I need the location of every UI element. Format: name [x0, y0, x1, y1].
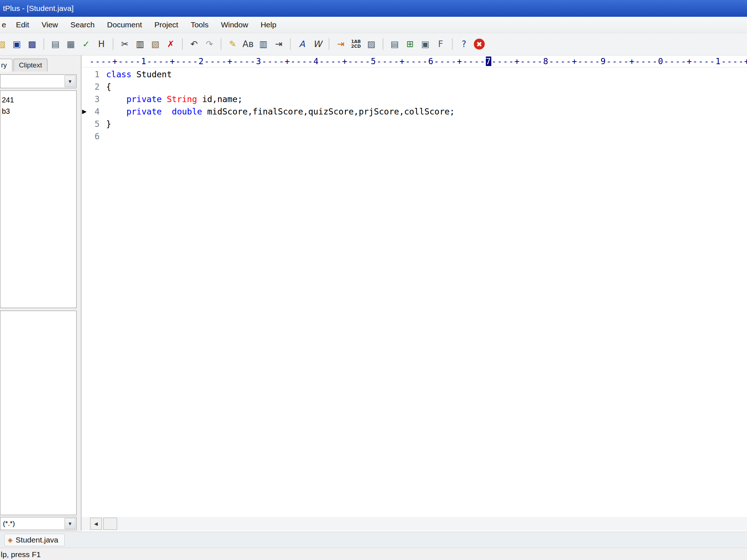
status-bar: lp, press F1	[0, 548, 747, 560]
directory-list[interactable]: 241b3	[0, 90, 77, 308]
ruler-cursor-column: 7	[486, 57, 492, 66]
code-text: private double midScore,finalScore,quizS…	[106, 105, 454, 118]
paste-icon[interactable]: ▧	[149, 38, 162, 51]
list-item[interactable]: 241	[0, 94, 76, 106]
menu-item-tools[interactable]: Tools	[185, 17, 215, 33]
toolbar: ▨▣▩▤▦✓H✂▥▧✗↶↷✎Aʙ▥⇥AW⇥1AB 2CD▨▤⊞▣F?✖	[0, 33, 747, 55]
menu-item-project[interactable]: Project	[148, 17, 184, 33]
toolbar-separator	[383, 38, 383, 50]
toolbar-separator	[221, 38, 221, 50]
cut-icon[interactable]: ✂	[118, 38, 131, 51]
sort-icon[interactable]: Aʙ	[241, 38, 255, 51]
toolbar-separator	[113, 38, 113, 50]
window-title: tPlus - [Student.java]	[3, 4, 74, 13]
scrollbar-thumb[interactable]	[103, 518, 117, 530]
code-lines: 1class Student2{3 private String id,name…	[81, 68, 747, 517]
menu-item-search[interactable]: Search	[64, 17, 101, 33]
print-preview-icon[interactable]: ▤	[49, 38, 62, 51]
font-icon[interactable]: A	[295, 38, 309, 51]
drive-combobox[interactable]: ▼	[0, 74, 77, 88]
line-number-icon[interactable]: 1AB 2CD	[349, 38, 363, 51]
stop-icon[interactable]: ✖	[474, 39, 485, 50]
indent-icon[interactable]: ⇥	[272, 38, 285, 51]
code-text: {	[106, 81, 111, 93]
code-text: private String id,name;	[106, 93, 243, 105]
menu-item-edit[interactable]: Edit	[10, 17, 35, 33]
copy-icon[interactable]: ▥	[133, 38, 147, 51]
context-help-icon[interactable]: ?	[457, 38, 471, 51]
menu-item-document[interactable]: Document	[101, 17, 148, 33]
panel-tab-ry[interactable]: ry	[0, 59, 12, 71]
print-icon[interactable]: ▦	[64, 38, 77, 51]
line-number: 1	[81, 68, 100, 81]
menu-bar: eEditViewSearchDocumentProjectToolsWindo…	[0, 17, 747, 33]
toolbar-separator	[329, 38, 329, 50]
column-ruler: ----+----1----+----2----+----3----+----4…	[81, 55, 747, 67]
code-line: 3 private String id,name;	[81, 93, 747, 105]
current-line-marker-icon: ▶	[82, 105, 86, 118]
status-text: lp, press F1	[1, 550, 41, 559]
toolbar-separator	[290, 38, 291, 50]
save-icon[interactable]: ▣	[10, 38, 23, 51]
redo-icon[interactable]: ↷	[203, 38, 216, 51]
function-list-icon[interactable]: F	[434, 38, 447, 51]
ruler-left: ----+----1----+----2----+----3----+----4…	[89, 57, 486, 66]
word-wrap-icon[interactable]: W	[311, 38, 324, 51]
delete-icon[interactable]: ✗	[164, 38, 177, 51]
code-line: 1class Student	[81, 68, 747, 81]
toolbar-separator	[452, 38, 453, 50]
browser-view-icon[interactable]: ⊞	[403, 38, 417, 51]
open-folder-icon[interactable]: ▨	[0, 38, 8, 51]
line-number: 6	[81, 130, 100, 143]
code-line: 6	[81, 130, 747, 143]
highlight-icon[interactable]: ✎	[226, 38, 239, 51]
line-number: 5	[81, 118, 100, 130]
html-document-icon[interactable]: H	[95, 38, 108, 51]
file-icon: ◈	[8, 536, 13, 544]
panel-tabs: ryCliptext	[0, 57, 49, 71]
code-text: class Student	[106, 68, 172, 81]
file-list[interactable]	[0, 311, 77, 515]
menu-item-view[interactable]: View	[35, 17, 64, 33]
ruler-right: ----+----8----+----9----+----0----+----1…	[491, 57, 747, 66]
document-tab-bar: ◈Student.java	[0, 532, 747, 548]
menu-item-e[interactable]: e	[0, 17, 10, 33]
image-viewer-icon[interactable]: ▣	[419, 38, 432, 51]
tab-settings-icon[interactable]: ⇥	[334, 38, 347, 51]
menu-item-window[interactable]: Window	[215, 17, 255, 33]
code-text: }	[106, 118, 111, 130]
panel-tab-cliptext[interactable]: Cliptext	[13, 59, 47, 71]
toolbar-separator	[43, 38, 44, 50]
code-line: 2{	[81, 81, 747, 93]
preferences-icon[interactable]: ▨	[365, 38, 378, 51]
doc-tab-student.java[interactable]: ◈Student.java	[4, 534, 65, 546]
spell-check-icon[interactable]: ✓	[80, 38, 93, 51]
chevron-down-icon[interactable]: ▼	[65, 75, 76, 87]
line-number: 2	[81, 81, 100, 93]
toolbar-separator	[182, 38, 183, 50]
code-line: 5}	[81, 118, 747, 130]
code-line: ▶4 private double midScore,finalScore,qu…	[81, 105, 747, 118]
filter-combobox-value: (*.*)	[3, 520, 15, 528]
title-bar[interactable]: tPlus - [Student.java]	[0, 0, 747, 17]
code-editor[interactable]: ----+----1----+----2----+----3----+----4…	[81, 55, 747, 517]
doc-tab-label: Student.java	[16, 536, 58, 544]
directory-panel: ryCliptext ▼ 241b3 (*.*) ▼	[0, 55, 81, 532]
save-all-icon[interactable]: ▩	[26, 38, 39, 51]
output-window-icon[interactable]: ▤	[388, 38, 401, 51]
copy-append-icon[interactable]: ▥	[257, 38, 270, 51]
filter-combobox[interactable]: (*.*) ▼	[0, 517, 77, 530]
menu-item-help[interactable]: Help	[254, 17, 282, 33]
undo-icon[interactable]: ↶	[187, 38, 201, 51]
chevron-down-icon[interactable]: ▼	[65, 518, 76, 529]
list-item[interactable]: b3	[0, 106, 76, 117]
scroll-left-button[interactable]: ◀	[90, 518, 102, 530]
line-number: 3	[81, 93, 100, 105]
editplus-window: tPlus - [Student.java] eEditViewSearchDo…	[0, 0, 747, 560]
horizontal-scrollbar[interactable]: ◀	[81, 517, 747, 530]
